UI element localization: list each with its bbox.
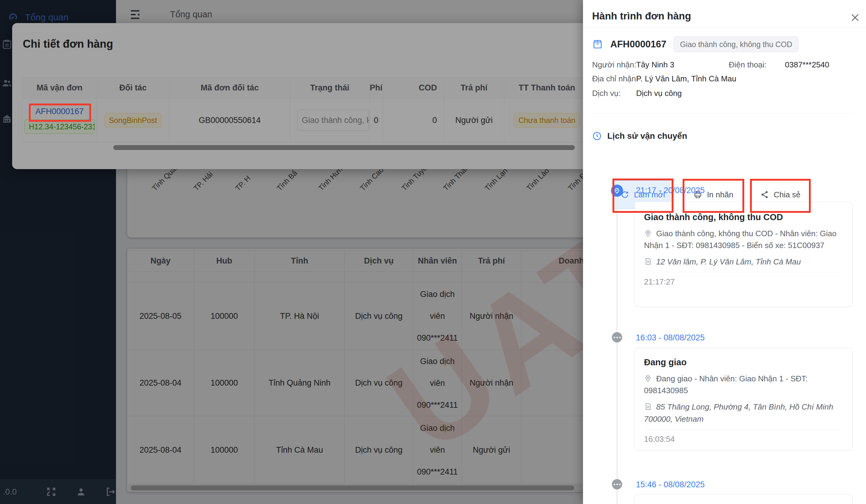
event-title: Giao thành công, không thu COD bbox=[644, 212, 843, 222]
timeline-dots-marker bbox=[612, 332, 622, 343]
event-detail: Đang giao - Nhân viên: Giao Nhận 1 - SĐT… bbox=[644, 374, 808, 395]
divider bbox=[644, 272, 843, 272]
timeline-card bbox=[635, 494, 853, 504]
share-icon bbox=[760, 190, 769, 199]
receiver-value: Tây Ninh 3 bbox=[636, 60, 674, 69]
address-label: Địa chỉ nhận: bbox=[592, 74, 638, 83]
location-pin-icon bbox=[644, 374, 652, 382]
receiver-label: Người nhận: bbox=[592, 60, 636, 69]
status-badge: Giao thành công, không thu COD bbox=[674, 36, 799, 52]
timeline-dots-marker bbox=[612, 479, 622, 490]
drawer-title: Hành trình đơn hàng bbox=[592, 10, 691, 22]
address-value: P. Lý Văn Lâm, Tỉnh Cà Mau bbox=[636, 74, 736, 83]
event-timestamp: 21:17 - 20/08/2025 bbox=[636, 186, 705, 195]
clock-icon bbox=[592, 131, 602, 141]
event-timestamp: 16:03 - 08/08/2025 bbox=[636, 333, 705, 343]
document-icon bbox=[644, 257, 652, 265]
event-timestamp: 15:46 - 08/08/2025 bbox=[636, 480, 705, 490]
service-value: Dịch vụ công bbox=[636, 89, 682, 98]
service-label: Dịch vụ: bbox=[592, 89, 621, 98]
timeline-pin-marker bbox=[611, 184, 623, 197]
event-address: 85 Thăng Long, Phường 4, Tân Bình, Hồ Ch… bbox=[644, 402, 833, 424]
phone-label: Điện thoại: bbox=[729, 60, 766, 69]
phone-value: 0387***2540 bbox=[785, 60, 829, 69]
order-code: AFH0000167 bbox=[610, 39, 666, 50]
history-section-title: Lịch sử vận chuyển bbox=[607, 131, 687, 141]
timeline-card: Đang giao Đang giao - Nhân viên: Giao Nh… bbox=[635, 348, 853, 450]
event-title: Đang giao bbox=[644, 357, 843, 367]
event-detail: Giao thành công, không thu COD - Nhân vi… bbox=[644, 229, 836, 250]
package-icon bbox=[592, 39, 603, 50]
location-pin-icon bbox=[644, 229, 652, 237]
event-time: 16:03:54 bbox=[644, 435, 843, 444]
close-icon[interactable] bbox=[850, 12, 861, 23]
order-journey-drawer: Hành trình đơn hàng AFH0000167 Giao thàn… bbox=[583, 0, 866, 504]
divider bbox=[592, 113, 853, 114]
timeline-card: Giao thành công, không thu COD Giao thàn… bbox=[635, 202, 853, 307]
timeline-line bbox=[617, 197, 618, 504]
document-icon bbox=[644, 403, 652, 411]
event-address: 12 Văn lâm, P. Lý Văn Lâm, Tỉnh Cà Mau bbox=[656, 257, 801, 266]
event-time: 21:17:27 bbox=[644, 277, 843, 287]
